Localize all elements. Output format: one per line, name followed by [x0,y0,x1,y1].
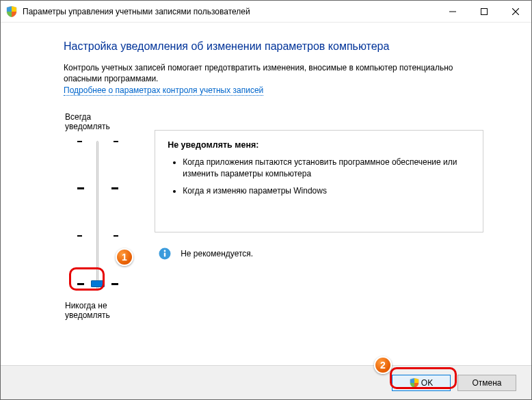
cancel-button[interactable]: Отмена [457,375,516,391]
svg-rect-0 [449,11,456,12]
slider-thumb[interactable] [91,280,105,287]
button-bar: OK Отмена [1,365,531,399]
slider-top-label: Всегда уведомлять [65,112,134,131]
slider-tick [77,235,118,237]
info-title: Не уведомлять меня: [168,140,470,150]
info-bullet: Когда я изменяю параметры Windows [183,185,470,197]
info-icon [159,248,171,260]
slider-bottom-label: Никогда не уведомлять [65,301,134,320]
info-bullet-list: Когда приложения пытаются установить про… [168,157,470,196]
info-bullet: Когда приложения пытаются установить про… [183,157,470,180]
window-controls [437,1,531,22]
slider-tick [77,141,118,142]
cancel-button-label: Отмена [472,378,501,388]
info-box: Не уведомлять меня: Когда приложения пыт… [155,130,483,232]
page-heading: Настройка уведомления об изменении парам… [64,40,483,53]
shield-icon [410,378,419,388]
maximize-icon [481,8,488,15]
close-button[interactable] [500,1,531,22]
minimize-icon [449,8,456,15]
notification-level-slider[interactable] [70,137,125,294]
slider-track [96,141,98,290]
minimize-button[interactable] [437,1,468,22]
recommendation-row: Не рекомендуется. [155,248,483,260]
ok-button-label: OK [421,378,433,388]
close-icon [512,8,519,15]
slider-tick [77,187,118,189]
info-panel: Не уведомлять меня: Когда приложения пыт… [155,130,483,260]
slider-column: Всегда уведомлять Никогда не уведомлять [64,112,134,320]
svg-point-3 [164,250,166,252]
recommendation-text: Не рекомендуется. [181,249,253,258]
uac-settings-window: Параметры управления учетными записями п… [0,0,532,400]
learn-more-link[interactable]: Подробнее о параметрах контроля учетных … [64,85,263,96]
titlebar: Параметры управления учетными записями п… [1,1,531,23]
window-title: Параметры управления учетными записями п… [23,7,437,16]
ok-button[interactable]: OK [392,375,451,391]
svg-rect-1 [481,8,488,14]
shield-icon [6,6,17,17]
svg-rect-4 [164,253,165,257]
maximize-button[interactable] [468,1,500,22]
description-text: Контроль учетных записей помогает предот… [64,62,483,84]
slider-area: Всегда уведомлять Никогда не уведомлять … [64,112,483,320]
content-area: Настройка уведомления об изменении парам… [1,23,531,320]
